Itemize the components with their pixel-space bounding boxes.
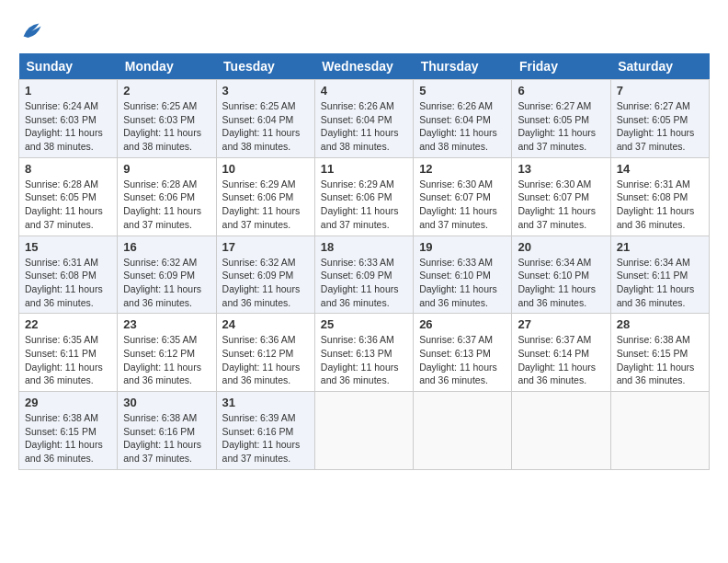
day-number: 2 [123,84,210,98]
calendar-day-cell: 5 Sunrise: 6:26 AMSunset: 6:04 PMDayligh… [414,80,512,158]
logo-bird-icon [18,18,44,44]
calendar-day-cell: 23 Sunrise: 6:35 AMSunset: 6:12 PMDaylig… [118,314,216,392]
day-of-week-header: Wednesday [314,53,413,80]
day-of-week-header: Friday [512,53,610,80]
calendar-day-cell: 6 Sunrise: 6:27 AMSunset: 6:05 PMDayligh… [512,80,610,158]
day-info: Sunrise: 6:24 AMSunset: 6:03 PMDaylight:… [25,99,111,154]
calendar-day-cell: 4 Sunrise: 6:26 AMSunset: 6:04 PMDayligh… [314,80,413,158]
day-info: Sunrise: 6:34 AMSunset: 6:10 PMDaylight:… [518,256,604,310]
calendar-header-row: SundayMondayTuesdayWednesdayThursdayFrid… [19,53,710,80]
calendar-day-cell: 31 Sunrise: 6:39 AMSunset: 6:16 PMDaylig… [216,392,314,470]
day-of-week-header: Monday [118,53,216,80]
day-info: Sunrise: 6:26 AMSunset: 6:04 PMDaylight:… [321,99,407,154]
calendar-day-cell: 13 Sunrise: 6:30 AMSunset: 6:07 PMDaylig… [512,157,610,236]
calendar-day-cell: 24 Sunrise: 6:36 AMSunset: 6:12 PMDaylig… [216,314,314,392]
calendar-day-cell: 18 Sunrise: 6:33 AMSunset: 6:09 PMDaylig… [314,236,413,314]
day-number: 20 [518,240,604,254]
day-number: 24 [222,317,309,331]
calendar-day-cell: 25 Sunrise: 6:36 AMSunset: 6:13 PMDaylig… [314,314,413,392]
day-info: Sunrise: 6:32 AMSunset: 6:09 PMDaylight:… [123,256,210,310]
day-info: Sunrise: 6:34 AMSunset: 6:11 PMDaylight:… [617,256,703,310]
day-info: Sunrise: 6:27 AMSunset: 6:05 PMDaylight:… [617,99,703,154]
calendar-day-cell: 22 Sunrise: 6:35 AMSunset: 6:11 PMDaylig… [19,314,118,392]
day-info: Sunrise: 6:35 AMSunset: 6:12 PMDaylight:… [123,333,210,387]
calendar-week-row: 15 Sunrise: 6:31 AMSunset: 6:08 PMDaylig… [19,236,710,314]
calendar-day-cell: 29 Sunrise: 6:38 AMSunset: 6:15 PMDaylig… [19,392,118,470]
calendar-day-cell: 12 Sunrise: 6:30 AMSunset: 6:07 PMDaylig… [414,157,512,236]
day-number: 31 [222,396,309,409]
day-of-week-header: Thursday [414,53,512,80]
calendar-day-cell: 3 Sunrise: 6:25 AMSunset: 6:04 PMDayligh… [216,80,314,158]
calendar-week-row: 8 Sunrise: 6:28 AMSunset: 6:05 PMDayligh… [19,157,710,236]
day-number: 11 [321,162,407,176]
day-info: Sunrise: 6:33 AMSunset: 6:10 PMDaylight:… [419,256,506,310]
day-number: 29 [25,396,111,409]
day-number: 22 [25,317,111,331]
calendar-day-cell: 19 Sunrise: 6:33 AMSunset: 6:10 PMDaylig… [414,236,512,314]
calendar-day-cell: 27 Sunrise: 6:37 AMSunset: 6:14 PMDaylig… [512,314,610,392]
calendar-week-row: 22 Sunrise: 6:35 AMSunset: 6:11 PMDaylig… [19,314,710,392]
calendar-day-cell: 26 Sunrise: 6:37 AMSunset: 6:13 PMDaylig… [414,314,512,392]
calendar-day-cell: 16 Sunrise: 6:32 AMSunset: 6:09 PMDaylig… [118,236,216,314]
calendar-day-cell: 14 Sunrise: 6:31 AMSunset: 6:08 PMDaylig… [610,157,709,236]
day-info: Sunrise: 6:37 AMSunset: 6:14 PMDaylight:… [518,333,604,387]
calendar-day-cell [414,392,512,470]
day-number: 9 [123,162,210,176]
day-info: Sunrise: 6:29 AMSunset: 6:06 PMDaylight:… [321,178,407,232]
day-info: Sunrise: 6:39 AMSunset: 6:16 PMDaylight:… [222,411,309,465]
day-of-week-header: Saturday [610,53,709,80]
day-number: 26 [419,317,506,331]
day-number: 3 [222,84,309,98]
day-number: 18 [321,240,407,254]
day-number: 15 [25,240,111,254]
day-info: Sunrise: 6:25 AMSunset: 6:04 PMDaylight:… [222,99,309,154]
calendar-day-cell: 10 Sunrise: 6:29 AMSunset: 6:06 PMDaylig… [216,157,314,236]
day-number: 4 [321,84,407,98]
day-info: Sunrise: 6:30 AMSunset: 6:07 PMDaylight:… [419,178,506,232]
calendar-day-cell: 20 Sunrise: 6:34 AMSunset: 6:10 PMDaylig… [512,236,610,314]
calendar-day-cell: 21 Sunrise: 6:34 AMSunset: 6:11 PMDaylig… [610,236,709,314]
day-number: 6 [518,84,604,98]
day-number: 8 [25,162,111,176]
calendar-day-cell: 9 Sunrise: 6:28 AMSunset: 6:06 PMDayligh… [118,157,216,236]
calendar-day-cell [314,392,413,470]
day-info: Sunrise: 6:32 AMSunset: 6:09 PMDaylight:… [222,256,309,310]
day-info: Sunrise: 6:38 AMSunset: 6:16 PMDaylight:… [123,411,210,465]
day-number: 16 [123,240,210,254]
day-number: 13 [518,162,604,176]
logo [18,18,48,44]
day-number: 5 [419,84,506,98]
day-number: 23 [123,317,210,331]
day-info: Sunrise: 6:27 AMSunset: 6:05 PMDaylight:… [518,99,604,154]
day-info: Sunrise: 6:36 AMSunset: 6:12 PMDaylight:… [222,333,309,387]
calendar-day-cell [610,392,709,470]
day-of-week-header: Sunday [19,53,118,80]
day-number: 14 [617,162,703,176]
calendar-day-cell: 28 Sunrise: 6:38 AMSunset: 6:15 PMDaylig… [610,314,709,392]
day-number: 27 [518,317,604,331]
day-info: Sunrise: 6:30 AMSunset: 6:07 PMDaylight:… [518,178,604,232]
calendar-week-row: 29 Sunrise: 6:38 AMSunset: 6:15 PMDaylig… [19,392,710,470]
calendar-day-cell: 17 Sunrise: 6:32 AMSunset: 6:09 PMDaylig… [216,236,314,314]
day-info: Sunrise: 6:26 AMSunset: 6:04 PMDaylight:… [419,99,506,154]
day-info: Sunrise: 6:28 AMSunset: 6:06 PMDaylight:… [123,178,210,232]
day-info: Sunrise: 6:25 AMSunset: 6:03 PMDaylight:… [123,99,210,154]
calendar-day-cell: 30 Sunrise: 6:38 AMSunset: 6:16 PMDaylig… [118,392,216,470]
day-number: 25 [321,317,407,331]
day-number: 7 [617,84,703,98]
day-info: Sunrise: 6:38 AMSunset: 6:15 PMDaylight:… [617,333,703,387]
calendar-table: SundayMondayTuesdayWednesdayThursdayFrid… [18,53,710,470]
day-info: Sunrise: 6:36 AMSunset: 6:13 PMDaylight:… [321,333,407,387]
page-header [18,18,710,44]
day-number: 12 [419,162,506,176]
day-number: 10 [222,162,309,176]
day-info: Sunrise: 6:33 AMSunset: 6:09 PMDaylight:… [321,256,407,310]
day-number: 21 [617,240,703,254]
day-number: 17 [222,240,309,254]
day-info: Sunrise: 6:35 AMSunset: 6:11 PMDaylight:… [25,333,111,387]
calendar-week-row: 1 Sunrise: 6:24 AMSunset: 6:03 PMDayligh… [19,80,710,158]
day-number: 28 [617,317,703,331]
calendar-day-cell: 7 Sunrise: 6:27 AMSunset: 6:05 PMDayligh… [610,80,709,158]
day-of-week-header: Tuesday [216,53,314,80]
day-number: 1 [25,84,111,98]
